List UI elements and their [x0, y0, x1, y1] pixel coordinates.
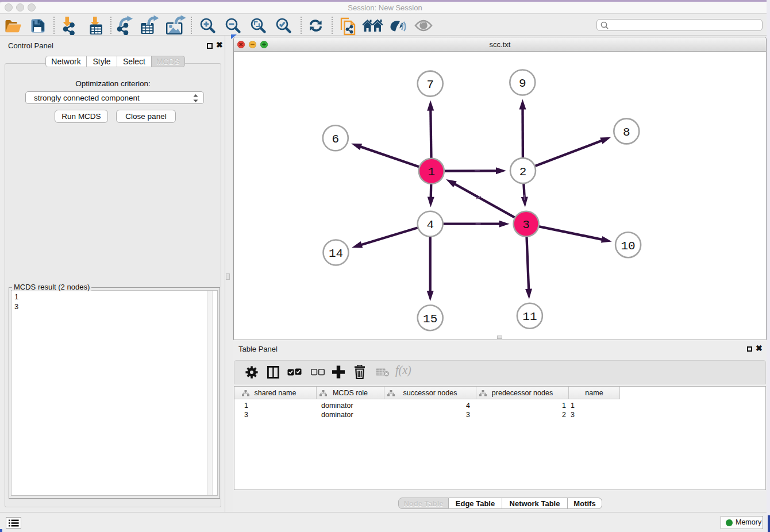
svg-text:9: 9 — [519, 77, 526, 90]
svg-text:11: 11 — [522, 310, 537, 323]
svg-text:1: 1 — [428, 165, 435, 179]
svg-text:4: 4 — [426, 218, 434, 232]
svg-text:15: 15 — [423, 313, 437, 326]
svg-text:14: 14 — [329, 247, 343, 260]
svg-text:6: 6 — [332, 133, 339, 146]
svg-text:8: 8 — [623, 126, 630, 139]
svg-text:10: 10 — [621, 240, 635, 253]
svg-text:2: 2 — [519, 165, 527, 179]
svg-text:7: 7 — [426, 78, 434, 91]
svg-text:3: 3 — [522, 218, 530, 232]
